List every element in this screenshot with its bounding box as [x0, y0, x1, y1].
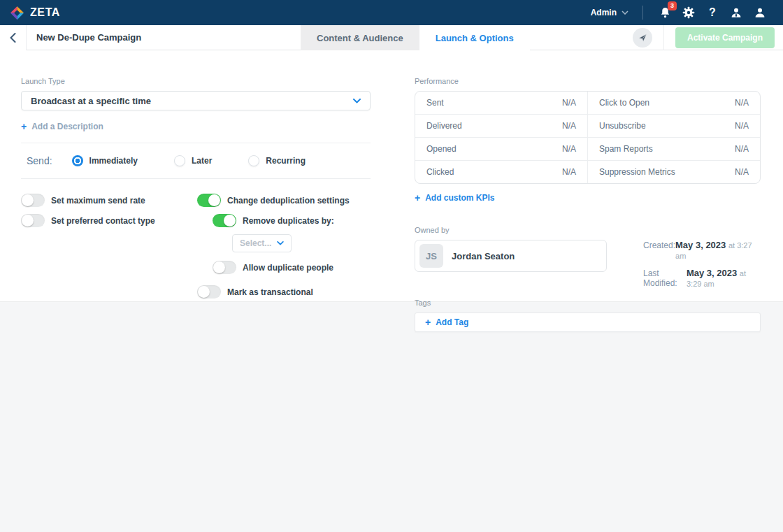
metric-value: N/A: [562, 121, 576, 131]
performance-label: Performance: [415, 77, 761, 85]
brand[interactable]: ZETA: [10, 6, 60, 20]
toggle-label: Set maximum send rate: [51, 196, 145, 206]
add-description-label: Add a Description: [31, 122, 103, 131]
metric-value: N/A: [735, 98, 749, 108]
modified-value: May 3, 2023 at 3:29 am: [687, 268, 761, 289]
add-description-button[interactable]: + Add a Description: [21, 122, 103, 131]
summary-panel: Performance Sent N/A Click to Open N/A D…: [415, 50, 761, 332]
metric-label: Sent: [426, 98, 444, 108]
radio-send-immediately[interactable]: Immediately: [72, 155, 138, 166]
avatar: JS: [419, 244, 443, 268]
radio-icon: [174, 155, 185, 166]
activate-campaign-button[interactable]: Activate Campaign: [675, 27, 775, 48]
tags-label: Tags: [415, 299, 761, 307]
profile-button[interactable]: [748, 0, 772, 25]
campaign-toolbar: New De-Dupe Campaign Content & Audience …: [0, 25, 783, 50]
notification-badge: 3: [668, 1, 677, 10]
toggle-row: Mark as transactional: [197, 285, 350, 299]
tab-launch-options[interactable]: Launch & Options: [419, 25, 530, 50]
remove-duplicates-select[interactable]: Select...: [232, 234, 292, 252]
send-options-row: Send: Immediately Later Recurring: [21, 143, 371, 178]
owner-name: Jordan Seaton: [452, 251, 515, 261]
toggle-change-deduplication-settings[interactable]: [197, 194, 221, 207]
tab-label: Launch & Options: [436, 33, 514, 43]
performance-cell: Click to Open N/A: [587, 92, 760, 114]
settings-button[interactable]: [677, 0, 701, 25]
toggle-label: Remove duplicates by:: [243, 216, 334, 226]
metric-value: N/A: [735, 167, 749, 177]
tags-bar: + Add Tag: [415, 312, 761, 332]
toggle-column-left: Set maximum send rate Set preferred cont…: [21, 194, 155, 234]
timestamps: Created: May 3, 2023 at 3:27 am Last Mod…: [607, 240, 761, 289]
add-tag-button[interactable]: + Add Tag: [425, 317, 468, 327]
launch-type-label: Launch Type: [21, 77, 371, 85]
plus-icon: +: [425, 317, 431, 327]
admin-menu[interactable]: Admin: [591, 8, 628, 17]
owned-by-label: Owned by: [415, 226, 761, 234]
toggle-set-preferred-contact-type[interactable]: [21, 214, 45, 227]
toggle-label: Allow duplicate people: [243, 263, 333, 273]
toggle-label: Mark as transactional: [227, 287, 313, 297]
radio-send-recurring[interactable]: Recurring: [248, 155, 306, 166]
radio-icon: [72, 155, 83, 166]
paper-plane-icon: [638, 33, 647, 43]
notifications-button[interactable]: 3: [653, 0, 677, 25]
tab-content-audience[interactable]: Content & Audience: [301, 25, 419, 50]
navbar-right: Admin 3: [591, 0, 772, 25]
toggle-label: Change deduplication settings: [227, 196, 350, 206]
plus-icon: +: [21, 122, 27, 131]
owner-card[interactable]: JS Jordan Seaton: [415, 240, 607, 272]
owner-row: JS Jordan Seaton Created: May 3, 2023 at…: [415, 240, 761, 289]
modified-row: Last Modified: May 3, 2023 at 3:29 am: [643, 268, 761, 289]
performance-row: Clicked N/A Suppression Metrics N/A: [415, 160, 760, 183]
performance-row: Sent N/A Click to Open N/A: [415, 92, 760, 114]
performance-cell: Suppression Metrics N/A: [587, 161, 760, 183]
toggle-set-maximum-send-rate[interactable]: [21, 194, 45, 207]
app: ZETA Admin 3: [0, 0, 783, 532]
modified-date: May 3, 2023: [687, 268, 737, 278]
zeta-logo-icon: [10, 6, 24, 20]
gear-icon: [682, 6, 695, 19]
toggle-row: Remove duplicates by:: [213, 214, 350, 227]
created-label: Created:: [643, 240, 675, 250]
metric-value: N/A: [562, 167, 576, 177]
toggle-column-right: Change deduplication settings Remove dup…: [197, 194, 350, 305]
toggle-remove-duplicates-by[interactable]: [213, 214, 236, 227]
campaign-content: Launch Type Broadcast at a specific time…: [0, 50, 783, 302]
help-button[interactable]: ?: [701, 0, 724, 25]
toggle-allow-duplicate-people[interactable]: [213, 261, 236, 274]
tab-bar: Content & Audience Launch & Options: [301, 25, 530, 50]
toggle-options: Set maximum send rate Set preferred cont…: [21, 194, 371, 288]
metric-label: Delivered: [426, 121, 462, 131]
metric-value: N/A: [562, 98, 576, 108]
toggle-row: Set preferred contact type: [21, 214, 155, 227]
add-tag-label: Add Tag: [436, 317, 468, 327]
toggle-row: Allow duplicate people: [213, 261, 350, 274]
metric-label: Suppression Metrics: [599, 167, 675, 177]
support-button[interactable]: [724, 0, 748, 25]
top-navbar: ZETA Admin 3: [0, 0, 783, 25]
performance-row: Delivered N/A Unsubscribe N/A: [415, 114, 760, 137]
toolbar-actions: Activate Campaign: [633, 25, 783, 50]
radio-send-later[interactable]: Later: [174, 155, 212, 166]
created-row: Created: May 3, 2023 at 3:27 am: [643, 240, 761, 261]
navbar-divider: [642, 6, 643, 20]
add-custom-kpis-label: Add custom KPIs: [425, 193, 494, 203]
chevron-down-icon: [277, 241, 284, 245]
plus-icon: +: [415, 193, 420, 203]
toggle-mark-as-transactional[interactable]: [197, 285, 221, 299]
radio-label: Recurring: [266, 156, 306, 166]
performance-cell: Delivered N/A: [415, 115, 587, 137]
add-custom-kpis-button[interactable]: + Add custom KPIs: [415, 193, 495, 203]
back-button[interactable]: [0, 25, 27, 50]
performance-cell: Opened N/A: [415, 138, 587, 160]
send-test-button[interactable]: [633, 28, 652, 48]
send-label: Send:: [27, 155, 52, 166]
metric-label: Spam Reports: [599, 144, 653, 154]
chevron-down-icon: [353, 99, 361, 103]
created-date: May 3, 2023: [675, 240, 726, 250]
metric-value: N/A: [735, 121, 749, 131]
performance-row: Opened N/A Spam Reports N/A: [415, 137, 760, 160]
brand-name: ZETA: [30, 6, 60, 19]
launch-type-select[interactable]: Broadcast at a specific time: [21, 91, 371, 110]
